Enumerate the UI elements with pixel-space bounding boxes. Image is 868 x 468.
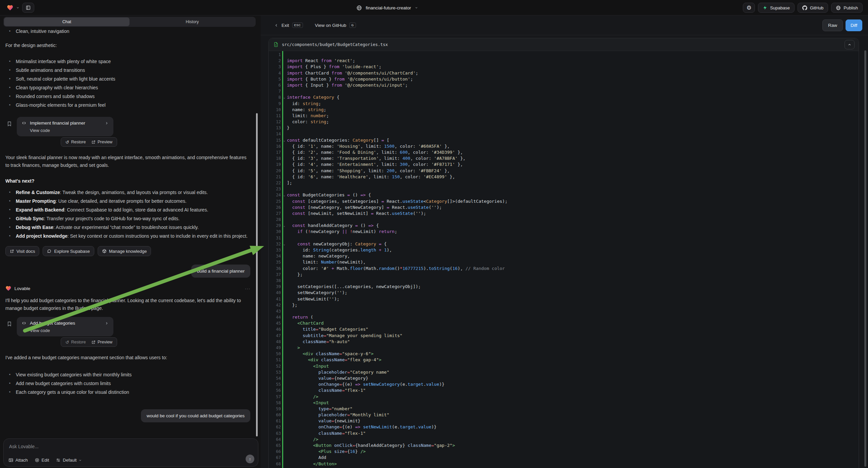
target-icon: [35, 458, 39, 463]
code-line: 30 if (!newCategory || !newLimit) return…: [269, 229, 859, 235]
view-code-link[interactable]: View code: [30, 128, 109, 133]
code-line: 37 };: [269, 272, 859, 277]
code-line: 14: [269, 131, 859, 137]
code-line: 26 const [newCategory, setNewCategory] =…: [269, 204, 859, 210]
code-line: 51 <div className="flex gap-4">: [269, 357, 859, 363]
code-line: 44 return (: [269, 314, 859, 320]
sliders-icon: [56, 458, 61, 463]
add-budget-categories-card[interactable]: Add budget categories View code: [17, 317, 114, 337]
manage-knowledge-button[interactable]: Manage knowledge: [98, 246, 151, 256]
list-item: GitHub Sync: Transfer your project's cod…: [16, 214, 250, 223]
publish-button[interactable]: Publish: [831, 3, 863, 13]
list-item: Refine & Customize: Tweak the design, an…: [16, 188, 250, 197]
collapse-file-button[interactable]: [844, 40, 855, 49]
list-item: Soft, neutral color palette with light b…: [16, 75, 250, 83]
chevron-down-icon[interactable]: [16, 6, 20, 9]
code-line: 22];: [269, 180, 859, 186]
code-line: 56 className="flex-1": [269, 387, 859, 393]
project-menu[interactable]: financial-future-creator: [356, 0, 418, 16]
card-title: Add budget categories: [30, 321, 101, 326]
github-icon: [802, 5, 807, 10]
restore-button[interactable]: ↺ Restore: [65, 340, 86, 345]
scrolled-bullet-list: Clean, intuitive navigation: [5, 27, 250, 36]
lovable-heart-icon: [5, 285, 11, 291]
assistant-paragraph: Your sleek financial planner is now read…: [5, 154, 250, 169]
code-line: 16 { id: '1', name: 'Housing', limit: 15…: [269, 143, 859, 149]
diff-toggle-button[interactable]: Diff: [845, 20, 862, 31]
implement-planner-card[interactable]: Implement financial planner View code: [17, 117, 114, 136]
chat-input-box[interactable]: Ask Lovable... Attach Edit Default: [3, 438, 258, 467]
code-line: 11 limit: number;: [269, 113, 859, 119]
file-path: src/components/budget/BudgetCategories.t…: [282, 42, 388, 47]
toggle-sidebar-button[interactable]: [22, 3, 34, 13]
settings-button[interactable]: ⚙: [743, 3, 755, 13]
preview-button[interactable]: Preview: [91, 340, 113, 345]
send-button[interactable]: ↑: [246, 455, 254, 463]
bookmark-icon[interactable]: [7, 321, 12, 327]
code-line: 33 id: String(categories.length + 1),: [269, 247, 859, 253]
bookmark-icon[interactable]: [7, 121, 12, 127]
card-title: Implement financial planner: [30, 120, 101, 125]
assistant-name: Lovable: [14, 286, 30, 291]
list-item: Clean, intuitive navigation: [16, 27, 250, 36]
view-on-github-button[interactable]: View on GitHub: [315, 23, 347, 28]
code-line: 12 color: string;: [269, 119, 859, 125]
edit-button[interactable]: Edit: [35, 458, 49, 463]
chat-bubble-icon: [47, 249, 52, 254]
diff-added-gutter-bar: [282, 51, 283, 468]
gear-icon: ⚙: [747, 5, 751, 11]
attach-button[interactable]: Attach: [8, 458, 28, 463]
exit-button[interactable]: Exit: [281, 23, 289, 28]
code-line: 46 title="Budget Categories": [269, 326, 859, 332]
list-item: Minimalist interface with plenty of whit…: [16, 57, 250, 66]
list-item: Add new budget categories with custom li…: [16, 379, 250, 388]
raw-toggle-button[interactable]: Raw: [823, 20, 843, 31]
code-line: 28: [269, 216, 859, 223]
code-line: 10 name: string;: [269, 107, 859, 113]
code-line: 62 onChange={(e) => setNewLimit(e.target…: [269, 424, 859, 430]
chevron-left-icon: [274, 23, 278, 28]
code-line: 4import ChartCard from '@/components/ui/…: [269, 70, 859, 76]
list-item: Clean typography with clear hierarchies: [16, 83, 250, 92]
code-line: 45 <ChartCard: [269, 320, 859, 326]
code-line: 31: [269, 235, 859, 241]
list-item: Expand with Backend: Connect Supabase to…: [16, 205, 250, 214]
explore-supabase-button[interactable]: Explore Supabase: [42, 246, 94, 256]
image-icon: [8, 458, 13, 463]
code-line: 34 name: newCategory,: [269, 253, 859, 259]
preview-button[interactable]: Preview: [91, 140, 113, 144]
next-steps-list: Refine & Customize: Tweak the design, an…: [5, 188, 250, 240]
code-editor[interactable]: 12import React from 'react';3import { Pl…: [269, 51, 859, 468]
globe-icon: [836, 5, 841, 10]
user-message-bubble: would be cool if you could add budget ca…: [141, 409, 250, 422]
chat-scrollbar[interactable]: [256, 113, 258, 436]
mode-select[interactable]: Default: [56, 458, 82, 463]
lovable-logo-heart-icon[interactable]: [7, 4, 13, 11]
code-line: 21 { id: '6', name: 'Healthcare', limit:…: [269, 174, 859, 180]
chevron-down-icon: [79, 459, 82, 462]
code-line: 2import React from 'react';: [269, 58, 859, 64]
list-item: Debug with Ease: Activate our experiment…: [16, 223, 250, 232]
code-line: 53 placeholder="Category name": [269, 369, 859, 375]
code-line: 48 className="h-auto": [269, 339, 859, 345]
restore-button[interactable]: ↺ Restore: [65, 140, 86, 144]
chevron-down-icon: [415, 6, 418, 9]
external-link-icon: [10, 249, 14, 254]
supabase-button[interactable]: Supabase: [758, 3, 795, 13]
list-item: Rounded corners and subtle shadows: [16, 92, 250, 101]
visit-docs-button[interactable]: Visit docs: [5, 246, 39, 256]
code-line: 39 setCategories([...categories, newCate…: [269, 284, 859, 290]
code-line: 13}: [269, 125, 859, 131]
code-file-card: src/components/budget/BudgetCategories.t…: [269, 38, 859, 468]
code-line: 29⌄ const handleAddCategory = () => {: [269, 223, 859, 229]
code-line: 43: [269, 308, 859, 314]
code-view-header: Exit ESC View on GitHub G Raw Diff: [261, 16, 868, 35]
view-code-link[interactable]: View code: [30, 328, 109, 333]
message-menu-button[interactable]: ···: [245, 286, 250, 291]
code-panel-scrollbar[interactable]: [864, 50, 866, 467]
globe-icon: [356, 5, 362, 11]
chevron-right-icon: [105, 321, 109, 325]
list-item: View existing budget categories with the…: [16, 370, 250, 379]
github-button[interactable]: GitHub: [798, 3, 828, 13]
esc-key-badge: ESC: [292, 23, 303, 28]
